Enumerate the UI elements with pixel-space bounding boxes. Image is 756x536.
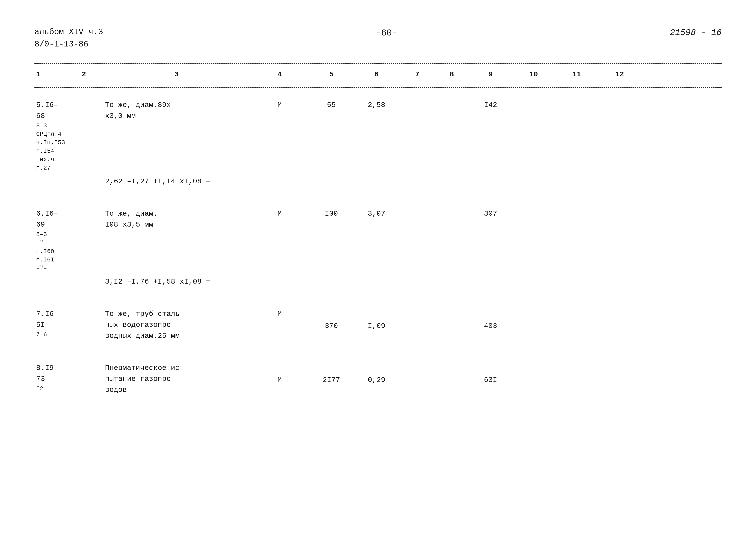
row-6-formula-row: 3,I2 –I,76 +I,58 хI,08 =	[34, 275, 722, 288]
row-5-num: 5.I6–68 8–3 СРЦгл.4 ч.Iп.I53 п.I54 тех.ч…	[34, 99, 65, 173]
row-7-total: 403	[469, 308, 512, 332]
row-7-sub: 7–6	[36, 330, 63, 339]
col-header-2: 2	[65, 68, 103, 81]
col-header-7: 7	[400, 68, 435, 81]
row-6-main: 6.I6–69 8–3 –"– п.I60 п.I6I –"– То же, д…	[34, 207, 722, 273]
row-5-unit-price: 2,58	[353, 99, 400, 112]
row-5-col8	[435, 99, 469, 100]
row-8-desc: Пневматическое ис– пытание газопро– водо…	[103, 362, 249, 396]
row-5-col11	[555, 99, 598, 100]
row-8: 8.I9–73 I2 Пневматическое ис– пытание га…	[34, 362, 722, 396]
row-8-qty: 2I77	[310, 362, 353, 386]
row-6-qty: I00	[310, 207, 353, 220]
row-5-col2	[65, 99, 103, 100]
row-6-desc: То же, диам. I08 х3,5 мм	[103, 207, 249, 231]
col-header-4: 4	[249, 68, 310, 81]
row-8-unit: М	[249, 362, 310, 386]
row-7-col2	[65, 308, 103, 309]
row-7-desc: То же, труб сталь– ных водогазопро– водн…	[103, 308, 249, 342]
row-8-col12	[598, 362, 641, 363]
row-6-col11	[555, 207, 598, 209]
row-5-col10	[512, 99, 555, 100]
col-header-3: 3	[103, 68, 249, 81]
doc-number: 8/0-1-13-86	[34, 38, 103, 50]
row-6-col7	[400, 207, 435, 209]
row-6-unit: М	[249, 207, 310, 220]
row-8-col10	[512, 362, 555, 363]
col-header-10: 10	[512, 68, 555, 81]
row-8-num: 8.I9–73 I2	[34, 362, 65, 394]
row-6: 6.I6–69 8–3 –"– п.I60 п.I6I –"– То же, д…	[34, 207, 722, 288]
row-5-formula: 2,62 –I,27 +I,I4 хI,08 =	[103, 175, 212, 188]
row-6-col12	[598, 207, 641, 209]
row-7: 7.I6–5I 7–6 То же, труб сталь– ных водог…	[34, 308, 722, 342]
row-7-col10	[512, 308, 555, 309]
row-5-formula-row: 2,62 –I,27 +I,I4 хI,08 =	[34, 175, 722, 188]
row-7-main: 7.I6–5I 7–6 То же, труб сталь– ных водог…	[34, 308, 722, 342]
col-header-6: 6	[353, 68, 400, 81]
row-5-total: I42	[469, 99, 512, 112]
album-ref: альбом XIV ч.3	[34, 26, 103, 38]
col-header-5: 5	[310, 68, 353, 81]
row-7-col11	[555, 308, 598, 309]
row-5-qty: 55	[310, 99, 353, 112]
row-6-sub: 8–3 –"– п.I60 п.I6I –"–	[36, 230, 63, 272]
row-5-desc: То же, диам.89х х3,0 мм	[103, 99, 249, 122]
row-6-total: 307	[469, 207, 512, 220]
row-8-unit-price: 0,29	[353, 362, 400, 386]
col-header-12: 12	[598, 68, 641, 81]
header-left: альбом XIV ч.3 8/0-1-13-86	[34, 26, 103, 50]
page-header: альбом XIV ч.3 8/0-1-13-86 -60- 21598 - …	[34, 26, 722, 50]
row-6-num: 6.I6–69 8–3 –"– п.I60 п.I6I –"–	[34, 207, 65, 273]
row-7-qty: 370	[310, 308, 353, 332]
row-5-sub: 8–3 СРЦгл.4 ч.Iп.I53 п.I54 тех.ч. п.27	[36, 121, 63, 172]
row-6-col8	[435, 207, 469, 209]
row-8-total: 63I	[469, 362, 512, 386]
row-6-formula: 3,I2 –I,76 +I,58 хI,08 =	[103, 275, 212, 288]
row-7-col7	[400, 308, 435, 309]
row-6-col2	[65, 207, 103, 209]
row-7-col12	[598, 308, 641, 309]
row-6-unit-price: 3,07	[353, 207, 400, 220]
row-8-col8	[435, 362, 469, 363]
page-number: -60-	[376, 28, 397, 38]
col-header-9: 9	[469, 68, 512, 81]
row-8-sub: I2	[36, 385, 63, 393]
row-5-col7	[400, 99, 435, 100]
row-5-col12	[598, 99, 641, 100]
row-8-col11	[555, 362, 598, 363]
doc-ref: 21598 - 16	[670, 28, 722, 38]
row-7-col8	[435, 308, 469, 309]
col-header-8: 8	[435, 68, 469, 81]
row-8-col7	[400, 362, 435, 363]
row-7-unit-price: I,09	[353, 308, 400, 332]
row-5-main: 5.I6–68 8–3 СРЦгл.4 ч.Iп.I53 п.I54 тех.ч…	[34, 99, 722, 173]
row-7-unit: М	[249, 308, 310, 320]
row-5-unit: М	[249, 99, 310, 112]
column-headers: 1 2 3 4 5 6 7 8 9 10 11 12	[34, 64, 722, 85]
col-header-1: 1	[34, 68, 65, 81]
page: альбом XIV ч.3 8/0-1-13-86 -60- 21598 - …	[0, 0, 756, 536]
row-8-main: 8.I9–73 I2 Пневматическое ис– пытание га…	[34, 362, 722, 396]
row-8-col2	[65, 362, 103, 363]
row-7-num: 7.I6–5I 7–6	[34, 308, 65, 340]
row-5: 5.I6–68 8–3 СРЦгл.4 ч.Iп.I53 п.I54 тех.ч…	[34, 99, 722, 188]
col-header-11: 11	[555, 68, 598, 81]
row-6-col10	[512, 207, 555, 209]
